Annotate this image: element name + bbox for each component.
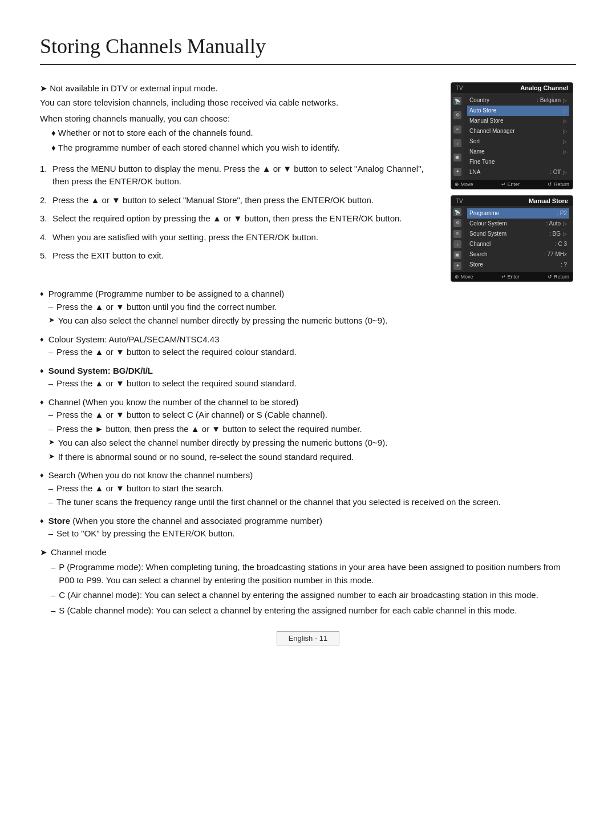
bullet-programme-sub1: – Press the ▲ or ▼ button until you find… bbox=[48, 301, 388, 314]
s-text: S (Cable channel mode): You can select a… bbox=[59, 604, 517, 617]
tv-panel1-body: 📡 ⚙ ≡ ♪ ▣ ✦ Country : Belgium ▷ bbox=[451, 93, 573, 180]
footer-box: English - 11 bbox=[277, 631, 340, 645]
tv-panel2-channel-label: Manual Store bbox=[529, 197, 568, 204]
channel-sub2-dash: – bbox=[48, 423, 53, 436]
tv-menu1-lna-arrow: ▷ bbox=[563, 169, 567, 176]
bullet-channel-main: Channel (When you know the number of the… bbox=[48, 396, 388, 409]
search-sub1-dash: – bbox=[48, 482, 53, 495]
search-sub2-text: The tuner scans the frequency range unti… bbox=[56, 496, 501, 509]
tv-panel2-footer: ⊕ Move ↵ Enter ↺ Return bbox=[451, 272, 573, 281]
channel-mode-s: – S (Cable channel mode): You can select… bbox=[51, 604, 576, 617]
bullet-channel: ♦ Channel (When you know the number of t… bbox=[40, 396, 576, 465]
tv-menu1-channelmgr-name: Channel Manager bbox=[469, 127, 561, 135]
tv-menu2-search: Search : 77 MHz bbox=[467, 249, 569, 260]
c-dash: – bbox=[51, 589, 55, 602]
tv-icon-picture: ▣ bbox=[453, 154, 461, 161]
intro-bullet2-text: ♦ The programme number of each stored ch… bbox=[51, 142, 340, 155]
bullet-search-content: Search (When you do not know the channel… bbox=[48, 469, 501, 510]
bullet-store: ♦ Store (When you store the channel and … bbox=[40, 515, 576, 542]
step-4: 4. When you are satisfied with your sett… bbox=[40, 231, 439, 244]
tv-panel1-channel-label: Analog Channel bbox=[520, 84, 568, 91]
tv-menu1-country-arrow: ▷ bbox=[563, 97, 567, 104]
channel-mode-p: – P (Programme mode): When completing tu… bbox=[51, 561, 576, 587]
intro-note1-text: ➤ Not available in DTV or external input… bbox=[40, 82, 217, 95]
tv-menu1-name: Name ▷ bbox=[467, 147, 569, 157]
bullet-sound-sub1: – Press the ▲ or ▼ button to select the … bbox=[48, 377, 297, 390]
bullet-channel-diamond: ♦ bbox=[40, 397, 44, 408]
channel-mode-c: – C (Air channel mode): You can select a… bbox=[51, 589, 576, 602]
tv-menu2-coloursys-name: Colour System bbox=[469, 220, 546, 228]
page-content: Storing Channels Manually ➤ Not availabl… bbox=[0, 0, 616, 668]
section-bullets: ♦ Programme (Programme number to be assi… bbox=[40, 288, 576, 618]
intro-note1: ➤ Not available in DTV or external input… bbox=[40, 82, 439, 95]
intro-bullet2: ♦ The programme number of each stored ch… bbox=[51, 142, 439, 155]
tv-menu2-soundsys: Sound System : BG ▷ bbox=[467, 229, 569, 239]
channel-mode-gte: ➤ bbox=[40, 546, 47, 559]
tv-menu1-manualstore-arrow: ▷ bbox=[563, 118, 567, 125]
channel-mode-section: ➤ Channel mode – P (Programme mode): Whe… bbox=[40, 546, 576, 619]
bullet-store-main: Store (When you store the channel and as… bbox=[48, 515, 322, 528]
text-column: ➤ Not available in DTV or external input… bbox=[40, 82, 439, 282]
tv-menu1-lna-value: : Off bbox=[550, 168, 561, 176]
c-text: C (Air channel mode): You can select a c… bbox=[59, 589, 538, 602]
tv-menu2-store-name: Store bbox=[469, 261, 561, 269]
bullet-search-diamond: ♦ bbox=[40, 470, 44, 481]
channel-sub4-gte: ➤ bbox=[48, 451, 55, 462]
tv-menu2-coloursys-value: : Auto bbox=[546, 220, 561, 228]
bullet-colour-main: Colour System: Auto/PAL/SECAM/NTSC4.43 bbox=[48, 333, 297, 346]
bullet-programme-sub2: ➤ You can also select the channel number… bbox=[48, 314, 388, 328]
tv-menu1-country: Country : Belgium ▷ bbox=[467, 95, 569, 106]
intro-note2-text: You can store television channels, inclu… bbox=[40, 96, 338, 110]
tv-menu1-manualstore-name: Manual Store bbox=[469, 117, 561, 125]
s-dash: – bbox=[51, 604, 55, 617]
tv-menu1-lna-name: LNA bbox=[469, 168, 550, 176]
channel-sub1-text: Press the ▲ or ▼ button to select C (Air… bbox=[56, 409, 327, 422]
bullet-programme: ♦ Programme (Programme number to be assi… bbox=[40, 288, 576, 329]
tv-panel2-footer-move: ⊕ Move bbox=[455, 274, 473, 280]
tv-panel2-body: 📡 ⚙ ≡ ♪ ▣ ✦ Programme : P2 Colour Sy bbox=[451, 206, 573, 272]
channel-sub2-text: Press the ► button, then press the ▲ or … bbox=[56, 423, 362, 436]
bullet-sound: ♦ Sound System: BG/DK/I/L – Press the ▲ … bbox=[40, 365, 576, 391]
bullet-programme-content: Programme (Programme number to be assign… bbox=[48, 288, 388, 329]
tv-menu1-channelmgr: Channel Manager ▷ bbox=[467, 126, 569, 136]
tv-menu2-search-name: Search bbox=[469, 251, 544, 259]
step-3-num: 3. bbox=[40, 212, 52, 225]
tv-panel2-header: TV Manual Store bbox=[451, 196, 573, 206]
bullet-store-content: Store (When you store the channel and as… bbox=[48, 515, 322, 542]
tv-menu2-channel-name: Channel bbox=[469, 240, 555, 248]
p-text: P (Programme mode): When completing tuni… bbox=[59, 561, 576, 587]
tv-panel1-icons: 📡 ⚙ ≡ ♪ ▣ ✦ bbox=[451, 93, 464, 180]
bullet-channel-content: Channel (When you know the number of the… bbox=[48, 396, 388, 465]
tv-panel2-footer-return: ↺ Return bbox=[548, 274, 569, 280]
bullet-colour: ♦ Colour System: Auto/PAL/SECAM/NTSC4.43… bbox=[40, 333, 576, 360]
tv-menu2-soundsys-value: : BG bbox=[549, 230, 561, 238]
tv-panel1-header: TV Analog Channel bbox=[451, 83, 573, 93]
tv-panel2-footer-enter: ↵ Enter bbox=[501, 274, 520, 280]
store-sub1-text: Set to "OK" by pressing the ENTER/OK but… bbox=[56, 527, 234, 540]
tv-menu1-country-name: Country bbox=[469, 96, 537, 104]
step-1-content: Press the MENU button to display the men… bbox=[52, 163, 439, 188]
tv-menu1-autostore-name: Auto Store bbox=[469, 107, 561, 115]
tv-menu1-name-arrow: ▷ bbox=[563, 148, 567, 156]
page-title: Storing Channels Manually bbox=[40, 34, 576, 65]
sub2-gte: ➤ bbox=[48, 314, 55, 326]
bullet-search-sub1: – Press the ▲ or ▼ button to start the s… bbox=[48, 482, 501, 495]
tv-menu2-channel-value: : C 3 bbox=[555, 240, 567, 248]
intro-note3-text: When storing channels manually, you can … bbox=[40, 112, 230, 126]
tv-menu1-finetune: Fine Tune bbox=[467, 157, 569, 167]
bullet-channel-sub1: – Press the ▲ or ▼ button to select C (A… bbox=[48, 409, 388, 422]
colour-sub1-dash: – bbox=[48, 346, 53, 359]
tv-panel1-tv-label: TV bbox=[456, 85, 463, 91]
bullet-channel-sub4: ➤ If there is abnormal sound or no sound… bbox=[48, 451, 388, 464]
tv-menu2-programme-value: : P2 bbox=[557, 209, 567, 217]
tv-icon-settings: ⚙ bbox=[453, 111, 461, 119]
channel-sub4-text: If there is abnormal sound or no sound, … bbox=[58, 451, 354, 464]
channel-sub1-dash: – bbox=[48, 409, 53, 422]
tv-panel1-footer-return: ↺ Return bbox=[548, 181, 569, 187]
tv-panel2-menu: Programme : P2 Colour System : Auto ▷ So… bbox=[464, 206, 573, 272]
tv-menu1-finetune-name: Fine Tune bbox=[469, 158, 567, 166]
bullet-sound-content: Sound System: BG/DK/I/L – Press the ▲ or… bbox=[48, 365, 297, 391]
step-2-content: Press the ▲ or ▼ button to select "Manua… bbox=[52, 194, 439, 207]
colour-sub1-text: Press the ▲ or ▼ button to select the re… bbox=[56, 346, 297, 359]
bullet-colour-sub1: – Press the ▲ or ▼ button to select the … bbox=[48, 346, 297, 359]
